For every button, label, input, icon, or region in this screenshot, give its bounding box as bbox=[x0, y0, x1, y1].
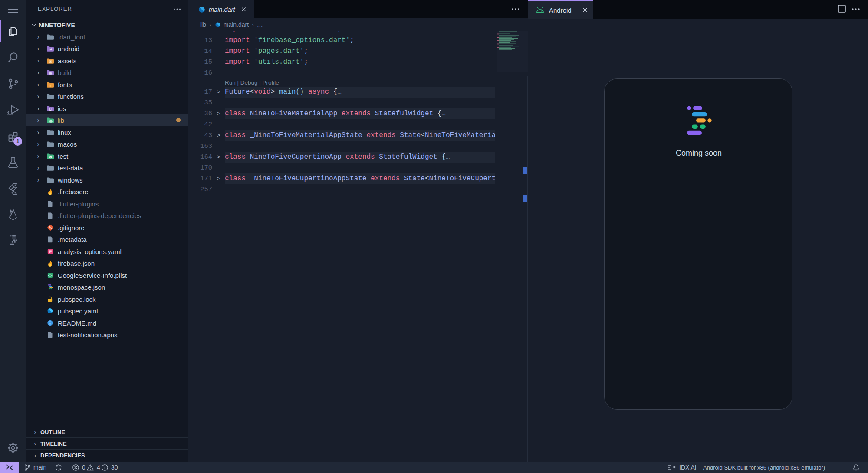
svg-text:T: T bbox=[49, 84, 52, 88]
svg-text:<>: <> bbox=[48, 274, 53, 277]
